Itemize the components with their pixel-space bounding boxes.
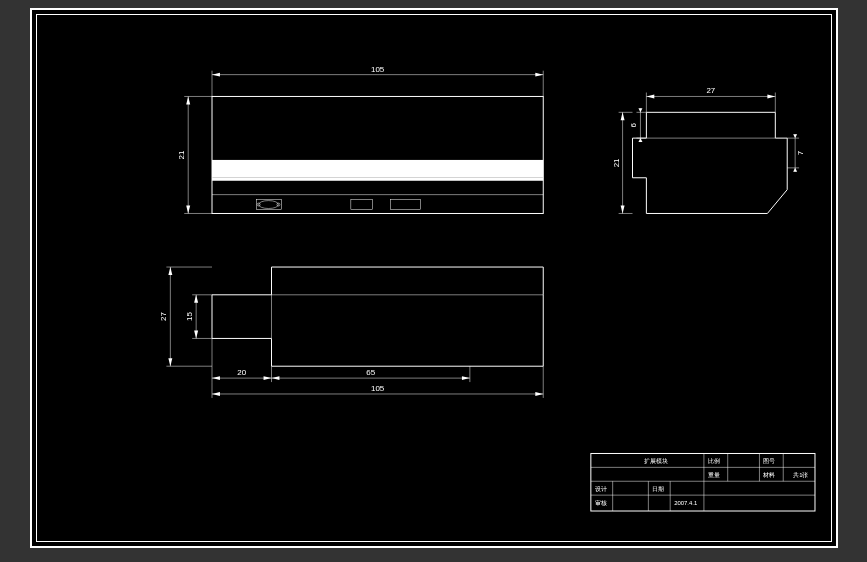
dim-front-h-label: 21	[177, 150, 186, 159]
svg-point-5	[259, 201, 279, 209]
svg-marker-39	[793, 134, 797, 138]
svg-rect-0	[212, 96, 543, 213]
port-details	[257, 200, 421, 210]
dim-side-width: 27	[646, 86, 775, 112]
svg-marker-24	[646, 94, 654, 98]
svg-marker-34	[638, 108, 642, 112]
svg-marker-57	[264, 376, 272, 380]
svg-rect-1	[212, 160, 543, 178]
svg-marker-65	[212, 392, 220, 396]
dim-front-w-label: 105	[371, 65, 385, 74]
dim-front-width: 105	[212, 65, 543, 97]
dim-top-full-w: 105	[212, 366, 543, 398]
svg-marker-29	[621, 112, 625, 120]
svg-marker-13	[212, 73, 220, 77]
dim-side-step-w: 7	[787, 134, 805, 172]
svg-rect-8	[351, 200, 373, 210]
dim-front-height: 21	[177, 96, 212, 213]
tb-design: 设计	[595, 486, 607, 492]
dim-side-sw-label: 7	[796, 151, 805, 155]
svg-rect-67	[591, 453, 815, 511]
dim-top-sh-label: 15	[185, 312, 194, 321]
drawing-canvas: 105 21	[93, 31, 817, 527]
svg-marker-18	[186, 96, 190, 104]
dim-side-sh-label: 6	[629, 122, 638, 127]
svg-rect-9	[391, 200, 421, 210]
svg-marker-51	[194, 295, 198, 303]
top-view: 27 15	[159, 267, 543, 398]
outer-frame: 105 21	[30, 8, 838, 548]
tb-name: 扩展模块	[644, 457, 668, 464]
svg-marker-56	[212, 376, 220, 380]
svg-marker-61	[462, 376, 470, 380]
front-view: 105 21	[177, 65, 543, 214]
title-block: 扩展模块 比例 图号 重量 材料 共1张 设计 日期 审核 2007.4.1	[591, 453, 815, 511]
svg-marker-30	[621, 206, 625, 214]
svg-marker-52	[194, 331, 198, 339]
tb-sheet: 图号	[763, 458, 775, 464]
dim-side-h-label: 21	[612, 158, 621, 167]
tb-scale: 比例	[708, 458, 720, 464]
svg-rect-2	[212, 178, 543, 181]
dim-top-sw-label: 20	[237, 368, 246, 377]
svg-rect-4	[257, 200, 282, 210]
tb-weight: 重量	[708, 472, 720, 478]
dim-top-h-label: 27	[159, 312, 168, 321]
svg-marker-14	[535, 73, 543, 77]
tb-material: 材料	[762, 472, 775, 478]
tb-check: 审核	[595, 499, 607, 506]
svg-marker-46	[168, 267, 172, 275]
tb-date: 日期	[652, 486, 664, 492]
tb-sheet-count: 共1张	[793, 472, 808, 478]
svg-marker-40	[793, 168, 797, 172]
inner-frame: 105 21	[36, 14, 832, 542]
dim-top-step-w: 20	[212, 338, 272, 382]
svg-marker-60	[272, 376, 280, 380]
svg-marker-19	[186, 206, 190, 214]
dim-top-step-h: 15	[185, 295, 212, 339]
dim-top-mid-w: 65	[272, 366, 470, 382]
dim-side-w-label: 27	[706, 86, 715, 95]
svg-marker-66	[535, 392, 543, 396]
svg-marker-47	[168, 358, 172, 366]
svg-marker-35	[638, 138, 642, 142]
dim-top-fw-label: 105	[371, 384, 385, 393]
dim-top-mw-label: 65	[366, 368, 375, 377]
tb-date-val: 2007.4.1	[674, 500, 698, 506]
side-view: 27 21	[612, 86, 805, 213]
svg-marker-25	[767, 94, 775, 98]
dim-side-step-h: 6	[629, 108, 646, 142]
